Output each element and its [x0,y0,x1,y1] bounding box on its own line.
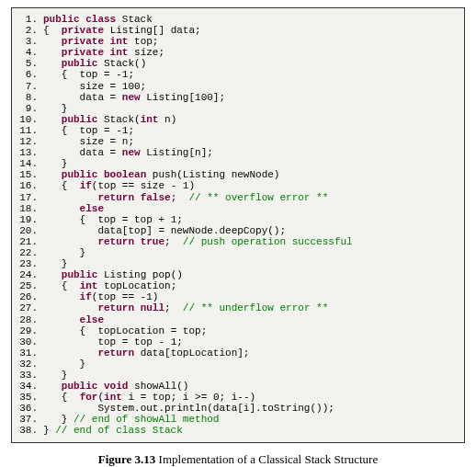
line-number: 37. [17,414,38,425]
code-content: else [43,314,457,325]
line-number: 27. [17,302,38,313]
code-content: return data[topLocation]; [43,347,457,359]
code-content: } [43,247,457,258]
code-content: { private Listing[] data; [43,25,457,36]
code-line: 26. if(top == -1) [17,291,457,302]
code-line: 10. public Stack(int n) [17,114,457,125]
code-content: public Stack(int n) [43,114,457,125]
code-content: } [43,258,457,269]
line-number: 35. [17,392,38,403]
line-number: 8. [17,92,38,103]
code-content: { if(top == size - 1) [43,180,457,191]
line-number: 36. [17,403,38,414]
line-number: 26. [17,291,38,302]
line-number: 34. [17,381,38,392]
line-number: 21. [17,236,38,247]
line-number: 3. [17,36,38,47]
code-line: 25. { int topLocation; [17,280,457,291]
code-content: public Listing pop() [43,269,457,280]
code-content: size = 100; [43,81,457,92]
code-line: 31. return data[topLocation]; [17,347,457,359]
line-number: 18. [17,203,38,214]
code-content: } [43,158,457,169]
line-number: 16. [17,180,38,191]
line-number: 20. [17,225,38,236]
line-number: 29. [17,325,38,336]
code-line: 37. } // end of showAll method [17,414,457,425]
code-line: 7. size = 100; [17,81,457,92]
code-line: 15. public boolean push(Listing newNode) [17,169,457,180]
code-line: 32. } [17,359,457,370]
code-content: } // end of showAll method [43,414,457,425]
code-content: } [43,359,457,370]
code-content: } [43,370,457,381]
code-line: 21. return true; // push operation succe… [17,236,457,247]
code-content: System.out.println(data[i].toString()); [43,403,457,414]
line-number: 14. [17,158,38,169]
code-content: } // end of class Stack [43,425,457,436]
code-content: size = n; [43,136,457,147]
line-number: 19. [17,214,38,225]
figure-number: Figure 3.13 [98,452,156,466]
code-line: 13. data = new Listing[n]; [17,147,457,158]
code-content: { for(int i = top; i >= 0; i--) [43,392,457,403]
code-content: private int top; [43,36,457,47]
figure-caption: Figure 3.13 Implementation of a Classica… [11,452,465,467]
code-line: 19. { top = top + 1; [17,214,457,225]
line-number: 7. [17,81,38,92]
code-content: data = new Listing[100]; [43,92,457,103]
code-content: { int topLocation; [43,280,457,291]
code-line: 30. top = top - 1; [17,336,457,347]
code-content: return false; // ** overflow error ** [43,192,457,203]
code-line: 27. return null; // ** underflow error *… [17,302,457,313]
code-line: 12. size = n; [17,136,457,147]
line-number: 6. [17,69,38,80]
code-line: 17. return false; // ** overflow error *… [17,192,457,203]
code-line: 14. } [17,158,457,169]
line-number: 22. [17,247,38,258]
code-content: if(top == -1) [43,291,457,302]
line-number: 13. [17,147,38,158]
code-listing: 1.public class Stack2.{ private Listing[… [11,7,465,443]
code-content: else [43,203,457,214]
code-content: top = top - 1; [43,336,457,347]
code-line: 22. } [17,247,457,258]
line-number: 24. [17,269,38,280]
line-number: 4. [17,47,38,58]
line-number: 17. [17,192,38,203]
line-number: 5. [17,58,38,69]
code-content: { top = -1; [43,69,457,80]
code-content: public void showAll() [43,381,457,392]
line-number: 32. [17,359,38,370]
code-line: 9. } [17,103,457,114]
code-content: { top = -1; [43,125,457,136]
code-line: 35. { for(int i = top; i >= 0; i--) [17,392,457,403]
code-line: 4. private int size; [17,47,457,58]
code-line: 36. System.out.println(data[i].toString(… [17,403,457,414]
code-content: public boolean push(Listing newNode) [43,169,457,180]
code-line: 2.{ private Listing[] data; [17,25,457,36]
code-line: 8. data = new Listing[100]; [17,92,457,103]
line-number: 12. [17,136,38,147]
code-content: data[top] = newNode.deepCopy(); [43,225,457,236]
line-number: 31. [17,347,38,359]
code-line: 20. data[top] = newNode.deepCopy(); [17,225,457,236]
code-content: { topLocation = top; [43,325,457,336]
code-line: 11. { top = -1; [17,125,457,136]
line-number: 23. [17,258,38,269]
code-line: 1.public class Stack [17,14,457,25]
code-content: public Stack() [43,58,457,69]
code-line: 3. private int top; [17,36,457,47]
code-content: { top = top + 1; [43,214,457,225]
line-number: 28. [17,314,38,325]
code-line: 34. public void showAll() [17,381,457,392]
code-line: 24. public Listing pop() [17,269,457,280]
line-number: 9. [17,103,38,114]
line-number: 1. [17,14,38,25]
figure-text: Implementation of a Classical Stack Stru… [155,452,378,466]
code-line: 5. public Stack() [17,58,457,69]
code-content: return true; // push operation successfu… [43,236,457,247]
code-content: } [43,103,457,114]
code-line: 28. else [17,314,457,325]
line-number: 30. [17,336,38,347]
